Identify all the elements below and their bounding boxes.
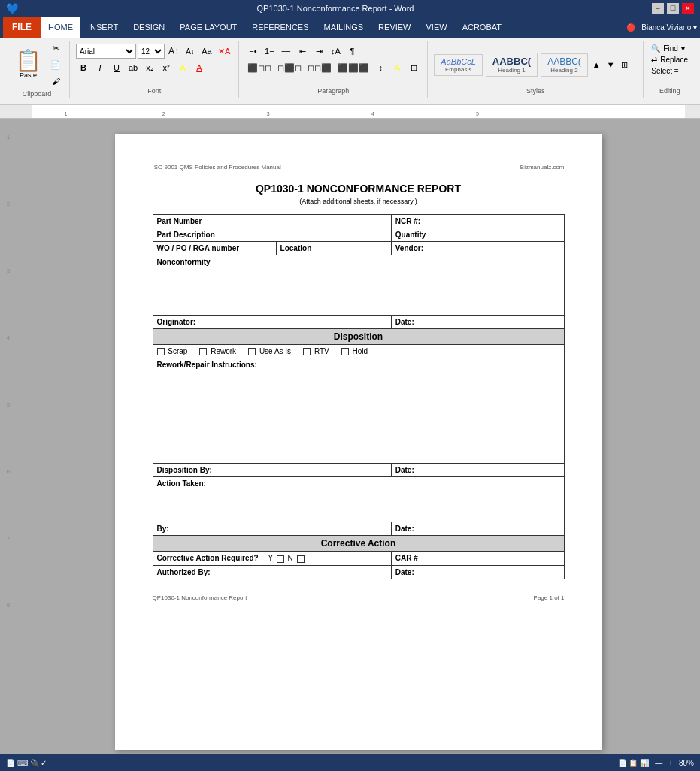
styles-section: AaBbCcL Emphasis AABBC( Heading 1 AABBC(… (428, 41, 644, 98)
minimize-button[interactable]: – (652, 3, 664, 14)
style-emphasis[interactable]: AaBbCcL Emphasis (434, 54, 482, 76)
table-row: Disposition (153, 329, 564, 345)
cut-button[interactable]: ✂ (48, 41, 63, 56)
shrink-font-button[interactable]: A↓ (183, 44, 198, 59)
borders-button[interactable]: ⊞ (406, 60, 421, 75)
quantity-label: Quantity (395, 231, 426, 239)
quantity-cell: Quantity (391, 228, 564, 242)
rework-label: Rework (211, 347, 236, 355)
paste-button[interactable]: 📋 Paste (11, 49, 46, 80)
part-desc-label: Part Description (157, 231, 215, 239)
strikethrough-button[interactable]: ab (126, 60, 141, 75)
main-area: 1 2 3 4 5 6 7 8 ISO 9001 QMS Policies an… (0, 119, 700, 765)
by-label: By: (157, 525, 169, 533)
styles-scroll-down[interactable]: ▼ (605, 59, 617, 71)
menu-references[interactable]: REFERENCES (244, 17, 316, 38)
checkboxes-cell: Scrap Rework Use As Is RTV (153, 345, 564, 358)
menu-page-layout[interactable]: PAGE LAYOUT (172, 17, 244, 38)
text-highlight-button[interactable]: A (175, 60, 190, 75)
clear-format-button[interactable]: ✕A (216, 44, 232, 59)
justify-button[interactable]: ⬛⬛⬛ (335, 60, 371, 75)
menu-mailings[interactable]: MAILINGS (317, 17, 371, 38)
font-color-button[interactable]: A (192, 60, 207, 75)
multilevel-button[interactable]: ≡≡ (278, 44, 293, 59)
use-as-is-checkbox[interactable] (248, 348, 256, 355)
nonconformity-label: Nonconformity (157, 258, 211, 266)
show-hide-button[interactable]: ¶ (344, 44, 359, 59)
table-row: Authorized By: Date: (153, 565, 564, 579)
ruler-inner: 1 2 3 4 5 (32, 105, 685, 118)
subscript-button[interactable]: x₂ (142, 60, 157, 75)
font-size-select[interactable]: 12 (138, 44, 165, 59)
shading-button[interactable]: A (389, 60, 405, 75)
grow-font-button[interactable]: A↑ (166, 44, 181, 59)
styles-scroll-up[interactable]: ▲ (591, 59, 602, 71)
menu-design[interactable]: DESIGN (126, 17, 172, 38)
car-hash-label: CAR # (395, 554, 418, 562)
format-painter-button[interactable]: 🖌 (48, 74, 63, 89)
align-right-button[interactable]: ◻◻⬛ (305, 60, 334, 75)
date3-cell: Date: (391, 522, 564, 536)
y-label: Y (268, 554, 274, 562)
rework-checkbox[interactable] (199, 348, 207, 355)
bold-button[interactable]: B (76, 60, 91, 75)
corrective-action-label: Corrective Action (321, 538, 396, 549)
menu-review[interactable]: REVIEW (371, 17, 418, 38)
style-heading1[interactable]: AABBC( Heading 1 (486, 53, 538, 77)
find-button[interactable]: 🔍 Find ▾ (650, 44, 689, 53)
change-case-button[interactable]: Aa (199, 44, 214, 59)
hold-checkbox[interactable] (341, 348, 349, 355)
close-button[interactable]: ✕ (682, 3, 694, 14)
copy-button[interactable]: 📄 (48, 57, 63, 72)
page-indicator: 📄 (6, 759, 15, 767)
increase-indent-button[interactable]: ⇥ (311, 44, 326, 59)
menu-acrobat[interactable]: ACROBAT (455, 17, 509, 38)
align-left-button[interactable]: ⬛◻◻ (245, 60, 274, 75)
n-checkbox[interactable] (297, 555, 305, 563)
bullets-button[interactable]: ≡• (245, 44, 260, 59)
menu-view[interactable]: VIEW (419, 17, 455, 38)
authorized-by-cell: Authorized By: (153, 565, 391, 579)
maximize-button[interactable]: ☐ (667, 3, 679, 14)
action-taken-cell: Action Taken: (153, 477, 564, 522)
table-row: Part Description Quantity (153, 228, 564, 242)
numbering-button[interactable]: 1≡ (262, 44, 277, 59)
menu-bar: FILE HOME INSERT DESIGN PAGE LAYOUT REFE… (0, 17, 700, 38)
originator-cell: Originator: (153, 316, 391, 329)
menu-insert[interactable]: INSERT (80, 17, 126, 38)
date4-label: Date: (395, 568, 414, 576)
disposition-header-label: Disposition (334, 331, 383, 342)
scrap-option[interactable]: Scrap (157, 347, 188, 355)
document-page: ISO 9001 QMS Policies and Procedures Man… (115, 134, 602, 750)
by-cell: By: (153, 522, 391, 536)
rtv-checkbox[interactable] (303, 348, 311, 355)
replace-button[interactable]: ⇄ Replace (650, 55, 689, 65)
styles-expand[interactable]: ⊞ (620, 59, 629, 71)
sort-button[interactable]: ↕A (328, 44, 343, 59)
ruler: 1 2 3 4 5 (0, 105, 700, 119)
rtv-option[interactable]: RTV (303, 347, 329, 355)
underline-button[interactable]: U (109, 60, 124, 75)
use-as-is-option[interactable]: Use As Is (248, 347, 291, 355)
style-heading2[interactable]: AABBC( Heading 2 (541, 53, 588, 77)
y-checkbox[interactable] (277, 555, 284, 563)
decrease-indent-button[interactable]: ⇤ (295, 44, 310, 59)
page-header: ISO 9001 QMS Policies and Procedures Man… (153, 164, 565, 171)
date1-label: Date: (395, 318, 414, 326)
file-menu[interactable]: FILE (3, 17, 41, 38)
location-cell: Location (276, 242, 391, 255)
select-button[interactable]: Select = (650, 66, 689, 76)
table-row: By: Date: (153, 522, 564, 536)
rework-option[interactable]: Rework (199, 347, 236, 355)
italic-button[interactable]: I (92, 60, 108, 75)
scrap-checkbox[interactable] (157, 348, 165, 355)
align-center-button[interactable]: ◻⬛◻ (275, 60, 304, 75)
menu-home[interactable]: HOME (41, 17, 80, 38)
hold-option[interactable]: Hold (341, 347, 368, 355)
line-spacing-button[interactable]: ↕ (373, 60, 388, 75)
superscript-button[interactable]: x² (159, 60, 174, 75)
status-right: 📄 📋 📊 — + 80% (618, 759, 694, 767)
window-title: QP1030-1 Nonconformance Report - Word (19, 4, 652, 13)
authorized-by-label: Authorized By: (157, 568, 211, 576)
font-name-select[interactable]: Arial (76, 44, 136, 59)
